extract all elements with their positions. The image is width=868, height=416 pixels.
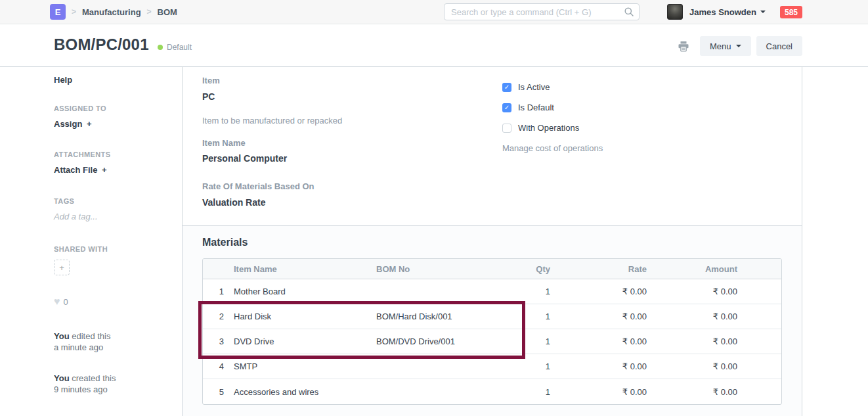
is-active-checkbox-row[interactable]: ✓ Is Active xyxy=(502,82,782,92)
sidebar-help-link[interactable]: Help xyxy=(54,75,169,85)
user-menu[interactable]: James Snowden xyxy=(689,7,756,17)
assign-label: Assign xyxy=(54,119,82,129)
page-head: BOM/PC/001 Default Menu Cancel xyxy=(0,24,868,67)
form-area: Item PC Item to be manufactured or repac… xyxy=(182,67,802,416)
global-search xyxy=(444,3,640,20)
cell-amount[interactable]: ₹ 0.00 xyxy=(652,361,743,371)
page-title: BOM/PC/001 xyxy=(54,35,149,54)
cell-qty[interactable]: 1 xyxy=(497,287,555,296)
cell-bom-no[interactable]: BOM/DVD Drive/001 xyxy=(372,336,497,346)
print-button[interactable] xyxy=(678,41,689,52)
plus-icon: + xyxy=(102,165,107,175)
row-index: 4 xyxy=(203,361,229,371)
menu-button[interactable]: Menu xyxy=(700,36,751,56)
add-tag-input[interactable]: Add a tag... xyxy=(54,212,169,221)
cell-item-name[interactable]: Accessories and wires xyxy=(229,387,372,397)
with-operations-label: With Operations xyxy=(518,123,579,133)
cell-rate[interactable]: ₹ 0.00 xyxy=(555,336,652,346)
column-header-amount: Amount xyxy=(652,264,743,274)
materials-grid: Item Name BOM No Qty Rate Amount 1 Mothe… xyxy=(202,258,782,405)
breadcrumb-item-bom[interactable]: BOM xyxy=(158,7,177,17)
attach-file-label: Attach File xyxy=(54,165,97,175)
cell-amount[interactable]: ₹ 0.00 xyxy=(652,387,743,397)
app-logo[interactable]: E xyxy=(50,4,66,20)
item-field-value[interactable]: PC xyxy=(202,91,502,102)
head-actions: Menu Cancel xyxy=(678,36,802,56)
navbar-user-area: James Snowden 585 xyxy=(667,4,802,20)
edited-activity: You edited this a minute ago xyxy=(54,331,169,353)
column-header-rate: Rate xyxy=(555,264,652,274)
chevron-right-icon: > xyxy=(147,7,152,16)
like-count: 0 xyxy=(64,297,68,307)
is-default-checkbox-row[interactable]: ✓ Is Default xyxy=(502,103,782,112)
cell-amount[interactable]: ₹ 0.00 xyxy=(652,287,743,296)
materials-grid-header: Item Name BOM No Qty Rate Amount xyxy=(203,259,781,279)
table-row-2[interactable]: 2 Hard Disk BOM/Hard Disk/001 1 ₹ 0.00 ₹… xyxy=(203,304,781,329)
plus-icon: + xyxy=(59,263,64,273)
row-index: 2 xyxy=(203,312,229,321)
cancel-button[interactable]: Cancel xyxy=(756,36,802,56)
table-row-3[interactable]: 3 DVD Drive BOM/DVD Drive/001 1 ₹ 0.00 ₹… xyxy=(203,329,781,354)
is-active-checkbox[interactable]: ✓ xyxy=(502,83,511,92)
cell-amount[interactable]: ₹ 0.00 xyxy=(652,312,743,321)
cell-qty[interactable]: 1 xyxy=(497,336,555,346)
cell-item-name[interactable]: Mother Board xyxy=(229,287,372,296)
column-header-bom-no: BOM No xyxy=(372,264,497,274)
form-column-left: Item PC Item to be manufactured or repac… xyxy=(202,76,502,225)
cell-qty[interactable]: 1 xyxy=(497,361,555,371)
is-default-checkbox[interactable]: ✓ xyxy=(502,103,511,112)
user-avatar[interactable] xyxy=(667,4,683,20)
row-index: 5 xyxy=(203,387,229,397)
status-label: Default xyxy=(167,43,192,52)
item-field-label: Item xyxy=(202,76,502,85)
menu-button-label: Menu xyxy=(710,41,731,51)
item-name-field-value[interactable]: Personal Computer xyxy=(202,153,502,164)
rate-basis-field-value[interactable]: Valuation Rate xyxy=(202,197,502,208)
with-operations-checkbox-row[interactable]: With Operations xyxy=(502,123,782,133)
cell-rate[interactable]: ₹ 0.00 xyxy=(555,387,652,397)
cell-item-name[interactable]: Hard Disk xyxy=(229,312,372,321)
add-share-button[interactable]: + xyxy=(54,260,70,275)
with-operations-checkbox[interactable] xyxy=(502,124,511,133)
chevron-right-icon: > xyxy=(72,7,76,16)
cell-item-name[interactable]: SMTP xyxy=(229,361,372,371)
table-row-1[interactable]: 1 Mother Board 1 ₹ 0.00 ₹ 0.00 xyxy=(203,279,781,304)
cell-bom-no[interactable]: BOM/Hard Disk/001 xyxy=(372,312,497,321)
notification-count-badge[interactable]: 585 xyxy=(780,6,802,18)
created-who: You xyxy=(54,373,70,383)
like-area: ♥ 0 xyxy=(54,296,169,307)
heart-icon[interactable]: ♥ xyxy=(54,296,60,307)
search-input[interactable] xyxy=(444,3,640,20)
sidebar: Help ASSIGNED TO Assign + ATTACHMENTS At… xyxy=(0,67,182,416)
attachments-heading: ATTACHMENTS xyxy=(54,150,169,158)
doc-status: Default xyxy=(158,43,192,52)
cell-amount[interactable]: ₹ 0.00 xyxy=(652,336,743,346)
assign-button[interactable]: Assign + xyxy=(54,119,169,129)
form-column-right: ✓ Is Active ✓ Is Default With Operations… xyxy=(502,76,782,225)
created-when: 9 minutes ago xyxy=(54,384,169,395)
is-default-label: Is Default xyxy=(518,103,554,112)
printer-icon xyxy=(678,41,689,52)
edited-action: edited this xyxy=(70,331,111,341)
table-row-4[interactable]: 4 SMTP 1 ₹ 0.00 ₹ 0.00 xyxy=(203,354,781,379)
materials-heading: Materials xyxy=(202,237,782,248)
search-icon xyxy=(624,7,634,17)
plus-icon: + xyxy=(87,119,92,129)
materials-section: Materials Item Name BOM No Qty Rate Amou… xyxy=(183,225,802,416)
table-row-5[interactable]: 5 Accessories and wires 1 ₹ 0.00 ₹ 0.00 xyxy=(203,379,781,404)
status-dot-icon xyxy=(158,45,163,50)
cell-rate[interactable]: ₹ 0.00 xyxy=(555,287,652,296)
attach-file-button[interactable]: Attach File + xyxy=(54,165,169,175)
cell-rate[interactable]: ₹ 0.00 xyxy=(555,312,652,321)
item-field-description: Item to be manufactured or repacked xyxy=(202,116,502,126)
breadcrumb-item-manufacturing[interactable]: Manufacturing xyxy=(82,7,141,17)
cell-qty[interactable]: 1 xyxy=(497,312,555,321)
cancel-button-label: Cancel xyxy=(766,41,792,51)
cell-qty[interactable]: 1 xyxy=(497,387,555,397)
form-section-main: Item PC Item to be manufactured or repac… xyxy=(183,67,802,225)
item-name-field-label: Item Name xyxy=(202,138,502,148)
cell-rate[interactable]: ₹ 0.00 xyxy=(555,361,652,371)
cell-item-name[interactable]: DVD Drive xyxy=(229,336,372,346)
column-header-qty: Qty xyxy=(497,264,555,274)
operations-note: Manage cost of operations xyxy=(502,143,782,153)
